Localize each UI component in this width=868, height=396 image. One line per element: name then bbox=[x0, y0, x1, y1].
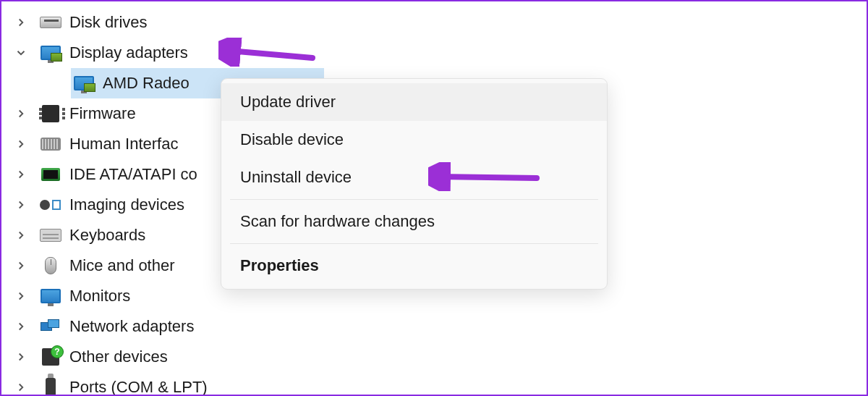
chevron-down-icon[interactable] bbox=[12, 43, 30, 62]
annotation-arrow-icon bbox=[428, 162, 544, 191]
chevron-right-icon[interactable] bbox=[12, 13, 30, 32]
port-icon bbox=[39, 376, 62, 396]
ide-icon bbox=[39, 163, 62, 186]
chevron-right-icon[interactable] bbox=[12, 256, 30, 275]
svg-line-1 bbox=[229, 51, 312, 58]
svg-line-3 bbox=[439, 177, 537, 178]
tree-item-disk-drives[interactable]: Disk drives bbox=[12, 7, 867, 38]
tree-item-label: Imaging devices bbox=[69, 195, 184, 214]
chevron-right-icon[interactable] bbox=[12, 378, 30, 396]
display-adapter-icon bbox=[39, 41, 62, 64]
annotation-arrow-icon bbox=[218, 38, 320, 67]
tree-item-label: Keyboards bbox=[69, 226, 145, 245]
tree-item-label: Firmware bbox=[69, 104, 136, 123]
tree-item-label: Other devices bbox=[69, 347, 168, 366]
tree-item-label: Mice and other bbox=[69, 256, 175, 275]
chevron-right-icon[interactable] bbox=[12, 195, 30, 214]
chevron-right-icon[interactable] bbox=[12, 165, 30, 184]
mouse-icon bbox=[39, 254, 62, 277]
hid-icon bbox=[39, 132, 62, 156]
tree-item-label: IDE ATA/ATAPI co bbox=[69, 165, 197, 184]
context-menu: Update driver Disable device Uninstall d… bbox=[221, 78, 608, 290]
network-icon bbox=[39, 315, 62, 338]
chevron-right-icon[interactable] bbox=[12, 226, 30, 245]
menu-separator bbox=[230, 199, 598, 200]
menu-item-properties[interactable]: Properties bbox=[221, 247, 607, 285]
chevron-right-icon[interactable] bbox=[12, 317, 30, 336]
other-icon bbox=[39, 345, 62, 368]
imaging-icon bbox=[39, 193, 62, 216]
tree-item-ports[interactable]: Ports (COM & LPT) bbox=[12, 372, 867, 396]
tree-item-display-adapters[interactable]: Display adapters bbox=[12, 38, 867, 68]
tree-item-other[interactable]: Other devices bbox=[12, 342, 867, 372]
chip-icon bbox=[39, 102, 62, 125]
chevron-right-icon[interactable] bbox=[12, 135, 30, 153]
disk-icon bbox=[39, 11, 62, 34]
tree-item-label: Monitors bbox=[69, 287, 130, 306]
menu-item-scan-hardware[interactable]: Scan for hardware changes bbox=[221, 203, 607, 240]
tree-item-network[interactable]: Network adapters bbox=[12, 311, 867, 342]
tree-item-label: AMD Radeo bbox=[103, 74, 190, 93]
tree-item-label: Display adapters bbox=[69, 43, 188, 62]
menu-item-update-driver[interactable]: Update driver bbox=[221, 83, 607, 121]
chevron-right-icon[interactable] bbox=[12, 347, 30, 366]
tree-item-label: Disk drives bbox=[69, 13, 148, 32]
tree-item-label: Network adapters bbox=[69, 317, 194, 336]
menu-separator bbox=[230, 243, 598, 244]
keyboard-icon bbox=[39, 224, 62, 247]
chevron-right-icon[interactable] bbox=[12, 104, 30, 123]
tree-item-label: Human Interfac bbox=[69, 135, 178, 153]
menu-item-disable-device[interactable]: Disable device bbox=[221, 121, 607, 159]
display-adapter-icon bbox=[72, 72, 95, 95]
monitor-icon bbox=[39, 285, 62, 308]
tree-item-label: Ports (COM & LPT) bbox=[69, 378, 208, 396]
menu-item-uninstall-device[interactable]: Uninstall device bbox=[221, 159, 607, 196]
chevron-right-icon[interactable] bbox=[12, 287, 30, 306]
